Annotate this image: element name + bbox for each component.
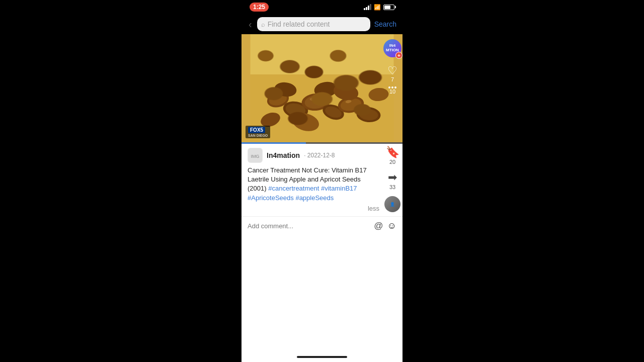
svg-point-13 <box>359 108 379 121</box>
hashtag-2[interactable]: #vitaminB17 <box>321 185 357 192</box>
status-icons: 📶 <box>364 4 394 11</box>
status-time: 1:25 <box>250 3 269 12</box>
share-icon: ➡ <box>388 171 397 184</box>
avatar-svg: IMG <box>248 148 262 162</box>
svg-point-10 <box>337 95 365 115</box>
content-area: FOX5 SAN DIEGO IN4MTION + ♡ 7 <box>242 34 403 352</box>
comment-button[interactable]: 10 <box>388 86 396 95</box>
svg-point-22 <box>345 100 352 104</box>
signal-bar-4 <box>370 4 371 10</box>
more-avatar-text: 👤 <box>390 202 395 207</box>
svg-point-5 <box>285 102 307 118</box>
post-description: Cancer Treatment Not Cure: Vitamin B17 L… <box>248 166 379 203</box>
svg-rect-1 <box>251 34 394 74</box>
more-avatar-icon: 👤 <box>384 196 400 212</box>
svg-point-8 <box>320 102 346 122</box>
svg-point-19 <box>274 81 297 98</box>
svg-point-6 <box>301 93 331 112</box>
bookmark-button[interactable]: 🔖 20 <box>386 146 399 165</box>
at-mention-button[interactable]: @ <box>374 221 383 231</box>
video-section: FOX5 SAN DIEGO IN4MTION + ♡ 7 <box>242 34 403 144</box>
more-options-button[interactable]: 👤 <box>384 196 400 212</box>
home-indicator <box>297 356 347 358</box>
follow-plus-badge[interactable]: + <box>395 52 403 59</box>
svg-point-2 <box>265 89 290 110</box>
fox-subtitle: SAN DIEGO <box>248 134 268 137</box>
svg-rect-0 <box>251 34 394 142</box>
comment-bar: @ ☺ <box>242 216 403 235</box>
fox-logo: FOX5 <box>248 127 265 133</box>
post-side-actions: 🔖 20 ➡ 33 👤 <box>384 146 400 212</box>
comment-input[interactable] <box>248 222 370 230</box>
post-header: IMG In4mation · 2022-12-8 <box>248 148 379 163</box>
svg-point-21 <box>309 97 316 101</box>
svg-text:IMG: IMG <box>251 154 260 159</box>
fox-watermark: FOX5 SAN DIEGO <box>246 126 270 138</box>
comment-count: 10 <box>389 89 395 95</box>
signal-bar-3 <box>368 6 369 10</box>
wifi-icon: 📶 <box>374 4 381 11</box>
username-label[interactable]: In4mation <box>267 151 300 159</box>
svg-point-3 <box>268 92 288 108</box>
svg-point-16 <box>313 80 339 99</box>
video-side-actions: IN4MTION + ♡ 7 10 <box>383 34 401 144</box>
signal-bar-1 <box>364 8 365 10</box>
like-button[interactable]: ♡ 7 <box>387 65 397 82</box>
post-date: · 2022-12-8 <box>304 152 335 159</box>
hashtag-1[interactable]: #cancertreatment <box>268 185 319 192</box>
search-box[interactable]: ⌕ Find related content <box>257 17 370 31</box>
user-avatar-small[interactable]: IMG <box>248 148 263 163</box>
search-placeholder: Find related content <box>268 20 366 28</box>
battery-fill <box>384 6 390 9</box>
svg-point-12 <box>356 106 381 123</box>
svg-point-9 <box>324 105 343 120</box>
battery-icon <box>383 5 394 10</box>
like-count: 7 <box>391 77 394 82</box>
bookmark-count: 20 <box>389 159 395 165</box>
svg-point-11 <box>340 97 363 113</box>
search-button[interactable]: Search <box>373 18 397 30</box>
hashtag-4[interactable]: #appleSeeds <box>295 194 334 202</box>
emoji-button[interactable]: ☺ <box>387 221 396 231</box>
status-bar: 1:25 📶 <box>242 0 403 14</box>
signal-bars-icon <box>364 4 371 10</box>
avatar-label: IN4MTION <box>386 44 399 53</box>
search-bar-row: ‹ ⌕ Find related content Search <box>242 14 403 34</box>
hashtag-3[interactable]: #ApricoteSeeds <box>248 194 294 202</box>
svg-point-4 <box>282 100 309 120</box>
user-avatar-button[interactable]: IN4MTION + <box>383 39 401 57</box>
share-button[interactable]: ➡ 33 <box>388 171 397 190</box>
svg-point-15 <box>290 111 321 134</box>
bookmark-icon: 🔖 <box>386 146 399 159</box>
svg-point-20 <box>270 95 276 99</box>
heart-icon: ♡ <box>387 65 397 76</box>
signal-bar-2 <box>366 7 367 10</box>
svg-point-7 <box>304 95 327 110</box>
back-button[interactable]: ‹ <box>247 18 254 30</box>
less-button[interactable]: less <box>368 205 379 212</box>
post-section: IMG In4mation · 2022-12-8 Cancer Treatme… <box>242 144 403 216</box>
svg-point-17 <box>332 81 360 103</box>
video-thumbnail[interactable]: FOX5 SAN DIEGO <box>242 34 403 142</box>
share-count: 33 <box>389 184 395 190</box>
bottom-bar <box>242 352 403 362</box>
search-icon: ⌕ <box>261 21 265 28</box>
